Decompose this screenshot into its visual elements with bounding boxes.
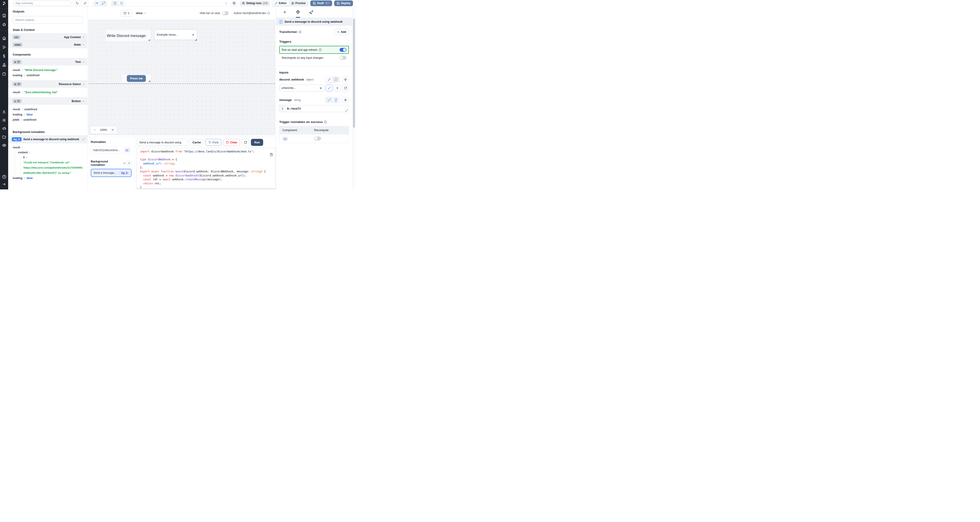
- reload-script-button[interactable]: [242, 139, 249, 146]
- debug-runs-label: Debug runs: [247, 2, 262, 5]
- preview-label: Preview: [295, 2, 305, 5]
- maximize-icon[interactable]: [100, 1, 107, 5]
- pencil-icon[interactable]: [82, 138, 85, 141]
- component-row[interactable]: cButton: [8, 97, 88, 105]
- refresh-resources-icon[interactable]: [342, 84, 349, 91]
- resize-handle[interactable]: [148, 39, 150, 41]
- tab-preview[interactable]: Preview: [289, 1, 308, 6]
- zoom-out-minus-icon[interactable]: [92, 127, 97, 133]
- output-row-state[interactable]: state State: [8, 41, 88, 48]
- text-component[interactable]: Write Discord message:: [106, 30, 150, 41]
- workers-robot-icon[interactable]: [2, 126, 6, 130]
- add-bg-runnable-button[interactable]: [127, 161, 132, 166]
- add-transformer-button[interactable]: Add: [334, 29, 349, 35]
- button-component[interactable]: Press me: [122, 75, 151, 82]
- insert-component-plus-icon[interactable]: [283, 6, 287, 18]
- folders-icon[interactable]: [2, 135, 6, 139]
- webhook-resource-picker[interactable]: u/henri/te...: [279, 84, 325, 91]
- variables-dollar-icon[interactable]: [2, 54, 6, 58]
- deploy-label: Deploy: [341, 2, 350, 5]
- component-row[interactable]: bResource Select: [8, 80, 88, 88]
- settings-components-diamonds-icon[interactable]: [296, 6, 300, 18]
- app-canvas[interactable]: Write Discord message: Example resou... …: [89, 20, 275, 135]
- static-pencil-icon[interactable]: [326, 97, 332, 103]
- message-expression-editor[interactable]: 1 b.result: [279, 105, 349, 112]
- recompute-toggle[interactable]: [340, 56, 347, 60]
- scrollbar-thumb[interactable]: [353, 19, 355, 128]
- user-icon[interactable]: [2, 110, 6, 114]
- run-on-start-label: Run on start and app refresh: [282, 48, 317, 51]
- connect-plug-icon[interactable]: [342, 76, 349, 83]
- desktop-monitor-icon[interactable]: [118, 1, 125, 5]
- runnable-item[interactable]: hub/1511/discord/se... c: [91, 146, 132, 154]
- col-recompute: Recompute: [314, 129, 329, 132]
- resource-select-component[interactable]: Example resou...: [154, 30, 197, 41]
- help-icon[interactable]: [2, 175, 6, 179]
- outputs-panel: Outputs State & Context ctx App Context …: [8, 6, 88, 189]
- create-resource-plus-icon[interactable]: [334, 84, 341, 91]
- bg-runnable-row[interactable]: bg_0 Send a message to discord using web…: [8, 135, 88, 143]
- workspace-building-icon[interactable]: [2, 13, 6, 18]
- align-center-icon[interactable]: [94, 1, 100, 5]
- clear-button[interactable]: Clear: [223, 139, 240, 146]
- redo-button[interactable]: [81, 1, 89, 6]
- right-scrollbar[interactable]: [352, 6, 356, 189]
- script-name-input[interactable]: [137, 139, 188, 146]
- docs-book-icon[interactable]: [231, 1, 237, 6]
- resources-cubes-icon[interactable]: [2, 63, 6, 67]
- edit-resource-pencil-icon[interactable]: [326, 84, 332, 91]
- home-icon[interactable]: [2, 36, 6, 40]
- draft-button[interactable]: Draft ⌘S: [310, 0, 332, 6]
- audit-eye-icon[interactable]: [2, 143, 6, 148]
- component-type: Text: [75, 60, 81, 64]
- search-outputs-input[interactable]: [15, 18, 80, 22]
- schedules-calendar-icon[interactable]: [2, 72, 6, 76]
- close-x-icon[interactable]: [192, 33, 195, 36]
- deploy-button[interactable]: Deploy: [334, 0, 353, 6]
- connect-plug-icon[interactable]: [342, 97, 349, 103]
- schedule-mode-dropdown[interactable]: once: [136, 11, 146, 15]
- input-name-message: message: [279, 98, 292, 102]
- cache-button[interactable]: Cache: [190, 139, 204, 146]
- fork-button[interactable]: Fork: [205, 139, 221, 146]
- add-label: Add: [341, 30, 346, 33]
- inputs-title: Inputs: [279, 71, 349, 74]
- windmill-logo-icon[interactable]: [2, 1, 6, 6]
- clipboard-copy-icon[interactable]: [270, 153, 273, 156]
- eval-function-f-icon[interactable]: f: [332, 77, 339, 82]
- app-summary-input[interactable]: [13, 1, 71, 6]
- resize-handle[interactable]: [195, 39, 197, 41]
- bg-runnable-item-selected[interactable]: Send a message... bg_0: [91, 169, 132, 177]
- function-f-icon: f: [279, 20, 283, 24]
- more-menu-kebab-icon[interactable]: ⋮: [224, 2, 229, 5]
- close-x-icon[interactable]: [319, 87, 322, 90]
- code-hscrollbar[interactable]: [137, 188, 275, 189]
- zoom-in-plus-icon[interactable]: [110, 127, 115, 133]
- message-mode-toggle: f: [325, 97, 340, 103]
- tab-editor[interactable]: Editor: [272, 1, 289, 6]
- theme-paintbrush-icon[interactable]: [309, 6, 313, 18]
- resource-select-box[interactable]: Example resou...: [154, 30, 197, 40]
- clear-label: Clear: [230, 141, 237, 144]
- collapse-arrow-icon[interactable]: [2, 182, 6, 186]
- row-recompute-toggle[interactable]: [314, 137, 321, 140]
- runs-play-icon[interactable]: [2, 45, 6, 49]
- output-row-ctx[interactable]: ctx App Context: [8, 33, 88, 41]
- run-on-start-toggle[interactable]: [340, 48, 347, 52]
- refresh-count-button[interactable]: 1: [121, 10, 132, 17]
- mobile-phone-icon[interactable]: [111, 1, 118, 5]
- run-button[interactable]: Run: [251, 139, 263, 146]
- bg-runnable-item-label: Send a message...: [94, 171, 118, 175]
- eval-function-f-icon[interactable]: f: [332, 97, 339, 103]
- resize-handle[interactable]: [149, 80, 150, 82]
- hide-bar-toggle[interactable]: [222, 11, 229, 15]
- static-pencil-icon[interactable]: [326, 77, 332, 82]
- debug-runs-button[interactable]: Debug runs (23): [240, 1, 270, 6]
- component-row[interactable]: aText: [8, 58, 88, 65]
- expand-diagonal-icon[interactable]: [344, 108, 349, 113]
- undo-button[interactable]: [73, 1, 81, 6]
- settings-gear-icon[interactable]: [2, 118, 6, 122]
- code-editor[interactable]: import discordwebhook from "https://deno…: [137, 148, 275, 188]
- favorites-star-icon[interactable]: [2, 22, 6, 27]
- press-me-button[interactable]: Press me: [127, 75, 146, 82]
